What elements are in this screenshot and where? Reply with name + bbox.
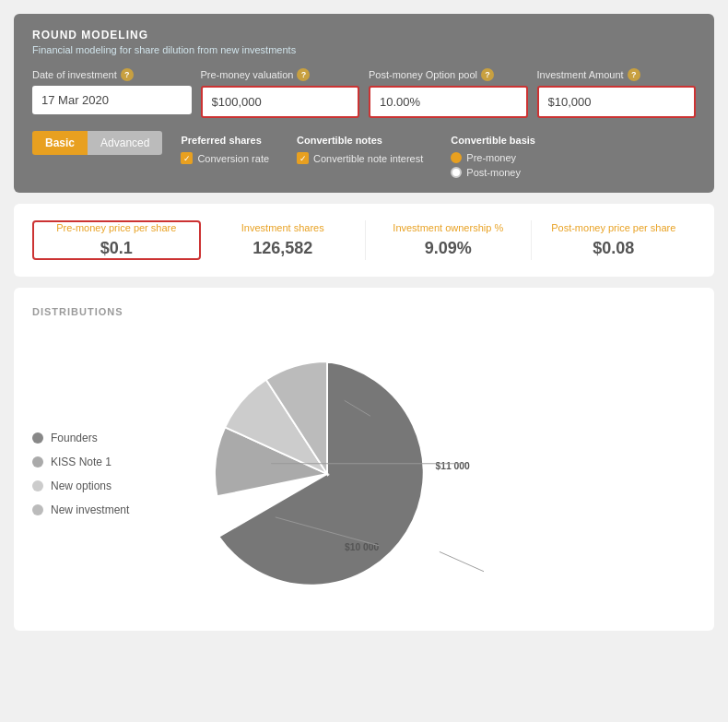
premoney-label: Pre-money valuation ? (201, 68, 360, 81)
legend-kiss: KISS Note 1 (32, 456, 152, 468)
postmoney-input[interactable] (369, 86, 528, 118)
kiss-dot (32, 456, 43, 468)
investment-ownership-label: Investment ownership % (393, 222, 503, 233)
date-info-icon[interactable]: ? (121, 68, 134, 81)
leader-4 (440, 551, 484, 586)
convertible-notes-option: ✓ Convertible note interest (297, 152, 423, 164)
postmoney-radio[interactable] (451, 167, 462, 178)
page-title: ROUND MODELING (32, 29, 696, 41)
new-options-dot (32, 480, 43, 491)
postmoney-price-metric: Post-money price per share $0.08 (532, 220, 697, 260)
pie-chart-svg: $10 000 $11 000 $10 000 $79 000 (170, 336, 484, 612)
basic-button[interactable]: Basic (32, 131, 88, 155)
mode-buttons: Basic Advanced (32, 131, 162, 155)
page-container: ROUND MODELING Financial modeling for sh… (0, 0, 728, 722)
preferred-shares-section: Preferred shares ✓ Conversion rate (181, 135, 269, 164)
preferred-shares-checkbox[interactable]: ✓ (181, 152, 193, 164)
kiss-label: KISS Note 1 (51, 456, 112, 468)
date-input[interactable] (32, 86, 192, 114)
founders-label: Founders (51, 432, 98, 444)
investment-info-icon[interactable]: ? (628, 68, 640, 81)
postmoney-group: Post-money Option pool ? (369, 68, 528, 118)
pie-chart-container: $10 000 $11 000 $10 000 $79 000 (170, 336, 484, 612)
premoney-group: Pre-money valuation ? (201, 68, 360, 118)
convertible-basis-title: Convertible basis (451, 135, 535, 146)
mode-col: Basic Advanced (32, 131, 162, 155)
legend-founders: Founders (32, 432, 152, 444)
options-row: Preferred shares ✓ Conversion rate Conve… (181, 135, 535, 178)
new-investment-dot (32, 504, 43, 515)
inputs-row: Date of investment ? Pre-money valuation… (32, 68, 696, 118)
convertible-notes-checkbox[interactable]: ✓ (297, 152, 309, 164)
distributions-card: DISTRIBUTIONS Founders KISS Note 1 New o… (14, 288, 714, 631)
advanced-button[interactable]: Advanced (88, 131, 162, 155)
premoney-info-icon[interactable]: ? (297, 68, 310, 81)
metrics-card: Pre-money price per share $0.1 Investmen… (14, 204, 714, 277)
investment-ownership-metric: Investment ownership % 9.09% (366, 220, 532, 260)
premoney-radio[interactable] (451, 152, 462, 163)
postmoney-label: Post-money Option pool ? (369, 68, 528, 81)
investment-input[interactable] (537, 86, 697, 118)
premoney-input[interactable] (201, 86, 360, 118)
chart-legend: Founders KISS Note 1 New options New inv… (32, 432, 152, 516)
investment-shares-label: Investment shares (241, 222, 324, 233)
premoney-price-value: $0.1 (100, 239, 133, 258)
postmoney-radio-item: Post-money (451, 167, 535, 178)
distributions-title: DISTRIBUTIONS (32, 306, 696, 317)
page-subtitle: Financial modeling for share dilution fr… (32, 44, 696, 55)
convertible-notes-title: Convertible notes (297, 135, 423, 146)
new-investment-label: New investment (51, 503, 129, 516)
date-label: Date of investment ? (32, 68, 192, 81)
premoney-price-metric: Pre-money price per share $0.1 (32, 220, 201, 260)
bottom-of-top: Basic Advanced Preferred shares ✓ Conver… (32, 131, 696, 178)
date-group: Date of investment ? (32, 68, 192, 118)
investment-group: Investment Amount ? (537, 68, 697, 118)
preferred-shares-option: ✓ Conversion rate (181, 152, 269, 164)
top-card: ROUND MODELING Financial modeling for sh… (14, 14, 714, 193)
investment-shares-metric: Investment shares 126,582 (201, 220, 367, 260)
convertible-notes-section: Convertible notes ✓ Convertible note int… (297, 135, 423, 164)
legend-new-investment: New investment (32, 503, 152, 516)
postmoney-price-value: $0.08 (593, 239, 634, 258)
label-10000-left: $10 000 (345, 542, 379, 552)
convertible-basis-section: Convertible basis Pre-money Post-money (451, 135, 535, 178)
premoney-radio-item: Pre-money (451, 152, 535, 163)
label-11000: $11 000 (435, 461, 469, 471)
premoney-price-label: Pre-money price per share (56, 222, 176, 233)
investment-shares-value: 126,582 (252, 239, 312, 258)
preferred-shares-title: Preferred shares (181, 135, 269, 146)
postmoney-price-label: Post-money price per share (551, 222, 675, 233)
investment-label: Investment Amount ? (537, 68, 697, 81)
new-options-label: New options (51, 479, 112, 492)
postmoney-info-icon[interactable]: ? (481, 68, 494, 81)
founders-dot (32, 432, 43, 444)
legend-new-options: New options (32, 479, 152, 492)
investment-ownership-value: 9.09% (425, 239, 472, 258)
chart-area: Founders KISS Note 1 New options New inv… (32, 336, 696, 612)
